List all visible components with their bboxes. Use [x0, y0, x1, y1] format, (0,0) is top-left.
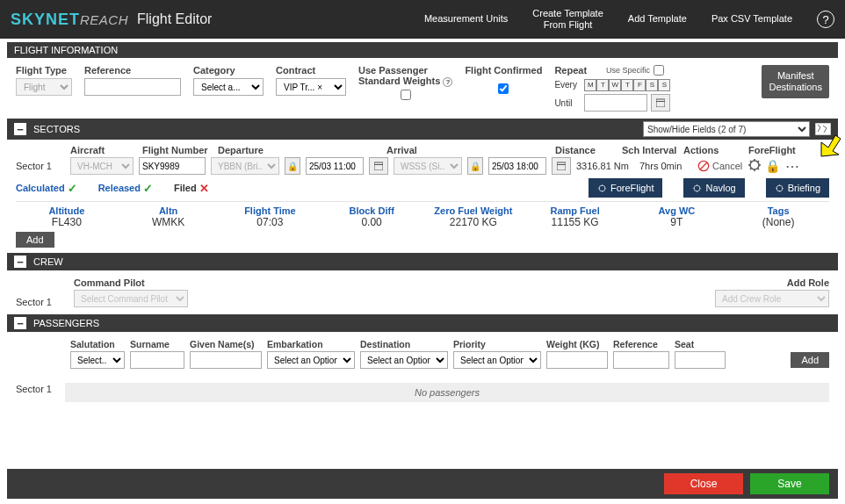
lock-icon[interactable]: 🔒: [765, 159, 780, 173]
select-flight-type[interactable]: Flight: [16, 78, 72, 96]
repeat-day[interactable]: T: [596, 79, 609, 91]
checkbox-use-specific[interactable]: [654, 65, 664, 76]
select-add-role[interactable]: Add Crew Role: [715, 290, 829, 307]
save-button[interactable]: Save: [750, 473, 829, 494]
app-logo: SKYNETREACH: [11, 11, 128, 29]
repeat-day[interactable]: S: [646, 79, 658, 91]
lock-icon[interactable]: 🔒: [467, 157, 483, 175]
col-destination: Destination: [360, 339, 448, 349]
add-sector-button[interactable]: Add: [16, 232, 54, 248]
label-contract: Contract: [276, 65, 346, 76]
sector-label: Sector 1: [16, 297, 65, 307]
svg-marker-13: [821, 135, 841, 156]
col-priority: Priority: [453, 339, 541, 349]
col-given: Given Name(s): [190, 339, 262, 349]
label-zfw: Zero Fuel Weight: [422, 205, 524, 216]
repeat-day[interactable]: W: [609, 79, 621, 91]
section-sectors-header: − SECTORS Show/Hide Fields (2 of 7): [7, 119, 838, 140]
input-surname[interactable]: [130, 351, 184, 369]
input-weight[interactable]: [546, 351, 608, 369]
repeat-day[interactable]: M: [584, 79, 596, 91]
svg-point-10: [599, 185, 605, 191]
label-altitude: Altitude: [16, 205, 118, 216]
link-pax-csv[interactable]: Pax CSV Template: [711, 13, 792, 25]
select-dep-airport[interactable]: YBBN (Bri...: [211, 157, 279, 175]
svg-point-11: [695, 185, 701, 191]
close-button[interactable]: Close: [664, 473, 743, 494]
passengers-panel: Salutation Surname Given Name(s) Embarka…: [7, 332, 838, 409]
briefing-button[interactable]: Briefing: [766, 178, 829, 198]
info-icon[interactable]: ?: [443, 77, 452, 87]
manifest-destinations-button[interactable]: Manifest Destinations: [762, 65, 829, 98]
label-flight-type: Flight Type: [16, 65, 72, 76]
label-altn: Altn: [118, 205, 220, 216]
navlog-button[interactable]: Navlog: [683, 178, 744, 198]
svg-rect-0: [656, 99, 665, 107]
col-departure: Departure: [218, 145, 381, 155]
section-title: PASSENGERS: [33, 318, 99, 328]
select-contract[interactable]: VIP Tr... ×: [276, 78, 346, 96]
select-category[interactable]: Select a...: [193, 78, 264, 96]
lock-icon[interactable]: 🔒: [285, 157, 300, 175]
checkbox-use-pax-std[interactable]: [401, 90, 411, 100]
sectors-panel: Aircraft Flight Number Departure Arrival…: [7, 140, 838, 253]
input-pax-reference[interactable]: [613, 351, 669, 369]
input-given-name[interactable]: [190, 351, 262, 369]
link-measurement-units[interactable]: Measurement Units: [424, 13, 508, 25]
toggle-crew[interactable]: −: [14, 256, 26, 268]
label-until: Until: [554, 98, 581, 108]
foreflight-button[interactable]: ForeFlight: [589, 178, 663, 198]
col-surname: Surname: [130, 339, 184, 349]
select-arr-airport[interactable]: WSSS (Si...: [394, 157, 462, 175]
input-flight-number[interactable]: [139, 157, 206, 175]
section-flight-info-header: FLIGHT INFORMATION: [7, 42, 838, 58]
page-title: Flight Editor: [137, 11, 212, 27]
repeat-day[interactable]: S: [658, 79, 670, 91]
input-dep-time[interactable]: [306, 157, 364, 175]
value-zfw: 22170 KG: [422, 216, 524, 228]
select-priority[interactable]: Select an Option: [453, 351, 541, 369]
section-passengers-header: − PASSENGERS: [7, 314, 838, 332]
label-command-pilot: Command Pilot: [74, 277, 145, 288]
select-command-pilot[interactable]: Select Command Pilot: [74, 290, 188, 307]
col-flight-number: Flight Number: [142, 145, 213, 155]
input-seat[interactable]: [675, 351, 726, 369]
input-until-date[interactable]: [584, 94, 647, 112]
link-create-template[interactable]: Create Template From Flight: [532, 8, 603, 31]
add-passenger-button[interactable]: Add: [791, 352, 829, 368]
gear-icon[interactable]: [748, 158, 762, 174]
col-sch-interval: Sch Interval: [622, 145, 678, 155]
repeat-day[interactable]: T: [621, 79, 633, 91]
label-use-specific: Use Specific: [606, 66, 650, 75]
no-passengers-message: No passengers: [65, 383, 829, 402]
link-add-template[interactable]: Add Template: [628, 13, 687, 25]
select-embarkation[interactable]: Select an Option: [267, 351, 355, 369]
calendar-icon[interactable]: [369, 157, 388, 175]
select-destination[interactable]: Select an Option: [360, 351, 448, 369]
toggle-sectors[interactable]: −: [14, 123, 26, 135]
col-arrival: Arrival: [386, 145, 550, 155]
section-crew-header: − CREW: [7, 253, 838, 270]
value-block-diff: 0.00: [321, 216, 422, 228]
col-actions: Actions: [683, 145, 743, 155]
checkbox-flight-confirmed[interactable]: [498, 83, 509, 94]
more-actions-icon[interactable]: ⋯: [785, 158, 800, 175]
action-cancel[interactable]: Cancel: [697, 160, 742, 172]
section-title: CREW: [33, 256, 63, 267]
select-aircraft[interactable]: VH-MCH: [70, 157, 134, 175]
repeat-day[interactable]: F: [633, 79, 646, 91]
help-icon[interactable]: ?: [817, 11, 834, 28]
calendar-icon[interactable]: [552, 157, 571, 175]
input-reference[interactable]: [84, 78, 181, 96]
label-flight-time: Flight Time: [220, 205, 321, 216]
label-every: Every: [554, 80, 581, 90]
col-weight: Weight (KG): [546, 339, 608, 349]
toggle-passengers[interactable]: −: [14, 317, 26, 329]
select-salutation[interactable]: Select...: [70, 351, 125, 369]
calendar-icon[interactable]: [651, 94, 670, 112]
select-show-hide-fields[interactable]: Show/Hide Fields (2 of 7): [643, 121, 810, 137]
value-distance: 3316.81 Nm: [576, 161, 634, 171]
svg-point-12: [776, 185, 783, 191]
input-arr-time[interactable]: [488, 157, 546, 175]
value-avg-wc: 9T: [626, 216, 728, 228]
